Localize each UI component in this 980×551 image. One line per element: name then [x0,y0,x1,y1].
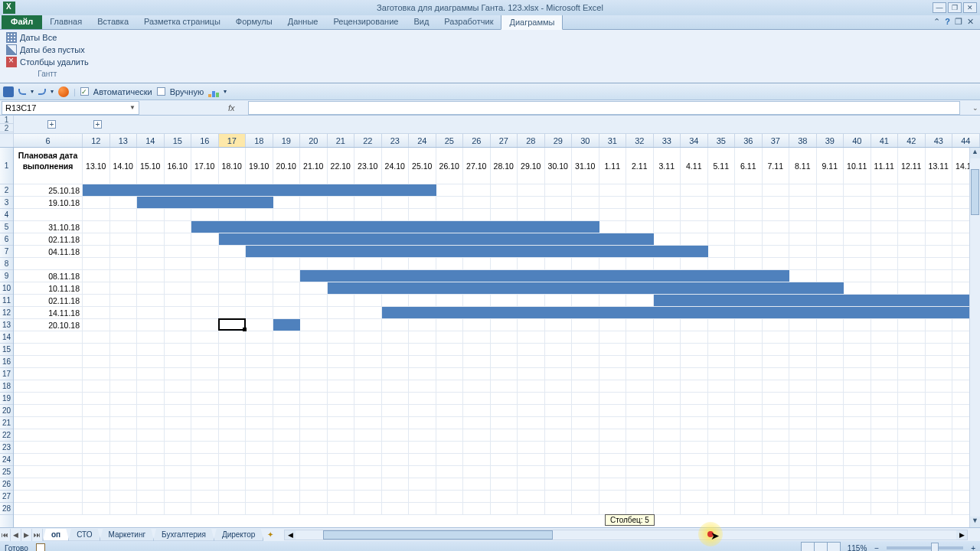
save-icon[interactable] [3,86,14,97]
row-header[interactable]: 25 [0,466,13,478]
help-icon[interactable]: ? [945,17,950,27]
col-header[interactable]: 32 [626,134,654,147]
file-tab[interactable]: Файл [2,15,42,29]
row-header[interactable]: 1 [0,148,13,184]
sheet-nav-next-icon[interactable]: ▶ [21,529,32,541]
macro-ball-icon[interactable] [58,86,69,97]
col-header[interactable]: 6 [14,134,83,147]
ribbon-tab[interactable]: Диаграммы [501,15,563,30]
ribbon-tab[interactable]: Рецензирование [325,15,406,29]
row-header[interactable]: 22 [0,429,13,442]
redo-icon[interactable] [38,89,46,95]
col-header[interactable]: 13 [110,134,138,147]
auto-checkbox[interactable]: ✓ [80,87,89,96]
row-header[interactable]: 27 [0,491,13,503]
sheet-tab[interactable]: СТО [68,529,100,541]
sheet-nav-last-icon[interactable]: ⏭ [32,529,43,541]
outline-expand-1[interactable]: + [47,120,56,129]
close-button[interactable]: ✕ [963,2,977,13]
row-header[interactable]: 19 [0,393,13,405]
zoom-in-button[interactable]: + [971,544,975,552]
scroll-right-icon[interactable]: ▶ [956,530,967,540]
redo-dropdown[interactable]: ▾ [51,88,54,95]
col-header[interactable]: 44 [952,134,980,147]
name-box-dropdown-icon[interactable]: ▼ [129,104,136,111]
col-header[interactable]: 28 [518,134,545,147]
sheet-nav-prev-icon[interactable]: ◀ [11,529,21,541]
cols-delete-button[interactable]: Столбцы удалить [3,56,92,68]
col-header[interactable]: 12 [83,134,110,147]
sheet-tab[interactable]: Маркетинг [100,529,154,541]
col-header[interactable]: 35 [708,134,736,147]
vertical-scrollbar[interactable]: ▲ ▼ [969,148,980,527]
col-header[interactable]: 39 [817,134,844,147]
outline-level-2[interactable]: 2 [0,124,13,132]
minimize-button[interactable]: — [933,2,946,13]
manual-checkbox[interactable] [157,87,165,96]
sheet-tab[interactable]: оп [43,529,69,541]
ribbon-tab[interactable]: Разработчик [436,15,501,29]
col-header[interactable]: 25 [436,134,464,147]
hscroll-thumb[interactable] [323,530,553,540]
cells-area[interactable]: Плановая дата выполнения 13.1014.1015.10… [14,148,980,527]
window-close-doc-icon[interactable]: ✕ [967,17,974,27]
col-header[interactable]: 27 [491,134,518,147]
ribbon-tab[interactable]: Разметка страницы [136,15,228,29]
horizontal-scrollbar[interactable]: ◀ ▶ [284,530,968,540]
restore-button[interactable]: ❐ [948,2,962,13]
col-header[interactable]: 19 [273,134,301,147]
col-header[interactable]: 17 [219,134,247,147]
zoom-label[interactable]: 115% [848,544,867,552]
outline-level-1[interactable]: 1 [0,116,13,124]
ribbon-tab[interactable]: Главная [42,15,90,29]
ribbon-tab[interactable]: Вид [406,15,436,29]
col-header[interactable]: 21 [328,134,355,147]
col-header[interactable]: 33 [654,134,681,147]
macro-record-icon[interactable] [36,543,45,551]
undo-dropdown[interactable]: ▾ [31,88,34,95]
col-header[interactable]: 31 [599,134,627,147]
col-header[interactable]: 40 [844,134,871,147]
row-header[interactable]: 11 [0,295,13,307]
row-header[interactable]: 13 [0,319,13,331]
vscroll-thumb[interactable] [971,169,979,215]
row-header[interactable]: 2 [0,184,13,197]
undo-icon[interactable] [18,89,26,95]
new-sheet-icon[interactable]: ✦ [263,530,278,539]
page-break-view-button[interactable] [827,542,841,551]
row-header[interactable]: 6 [0,233,13,246]
col-header[interactable]: 14 [137,134,165,147]
outline-expand-2[interactable]: + [93,120,102,129]
row-header[interactable]: 16 [0,356,13,368]
scroll-left-icon[interactable]: ◀ [285,530,296,540]
col-header[interactable]: 36 [735,134,763,147]
name-box[interactable]: R13C17 ▼ [2,101,139,115]
qat-customize-dropdown[interactable]: ▾ [224,88,227,95]
col-header[interactable]: 16 [191,134,219,147]
col-header[interactable]: 41 [871,134,899,147]
row-header[interactable]: 18 [0,380,13,393]
col-header[interactable]: 26 [463,134,491,147]
row-header[interactable]: 21 [0,417,13,429]
col-header[interactable]: 37 [763,134,790,147]
row-header[interactable]: 5 [0,221,13,233]
scroll-up-icon[interactable]: ▲ [970,148,980,158]
row-header[interactable]: 28 [0,503,13,515]
ribbon-tab[interactable]: Формулы [228,15,280,29]
formula-expand-icon[interactable]: ⌄ [971,104,980,112]
row-header[interactable]: 17 [0,368,13,380]
row-header[interactable]: 3 [0,197,13,209]
fx-icon[interactable]: fx [228,103,243,112]
formula-input[interactable] [248,101,960,115]
row-header[interactable]: 24 [0,454,13,466]
row-header[interactable]: 20 [0,405,13,417]
zoom-slider[interactable] [887,546,963,549]
col-header[interactable]: 29 [545,134,573,147]
col-header[interactable]: 15 [165,134,192,147]
col-header[interactable]: 20 [300,134,328,147]
row-header[interactable]: 7 [0,246,13,258]
sheet-tab[interactable]: Бухгалтерия [153,529,214,541]
col-header[interactable]: 23 [382,134,410,147]
col-header[interactable]: 30 [572,134,599,147]
col-header[interactable]: 18 [246,134,273,147]
